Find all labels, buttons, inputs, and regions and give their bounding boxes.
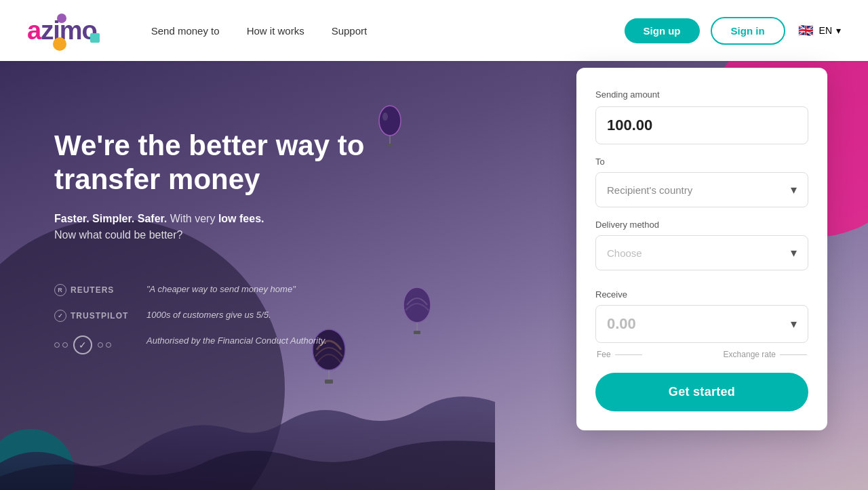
testimonial-reuters: R REUTERS "A cheaper way to send money h… <box>54 284 454 296</box>
nav-support[interactable]: Support <box>332 25 368 37</box>
exchange-rate-item: Exchange rate <box>724 350 807 359</box>
get-started-button[interactable]: Get started <box>595 373 808 411</box>
receive-chevron-icon: ▾ <box>791 317 797 331</box>
logo[interactable]: a z i m o <box>27 16 97 45</box>
trustpilot-logo: ✓ TRUSTPILOT <box>54 310 136 322</box>
hero-title: We're the better way to transfer money <box>54 129 454 197</box>
fee-item: Fee <box>597 350 642 359</box>
recipient-country-dropdown[interactable]: Recipient's country ▾ <box>595 172 808 207</box>
exchange-rate-line <box>780 354 807 355</box>
testimonial-trustpilot: ✓ TRUSTPILOT 1000s of customers give us … <box>54 310 454 322</box>
delivery-chevron-icon: ▾ <box>791 245 797 260</box>
logo-letter-a: a <box>27 16 41 45</box>
recipient-country-placeholder: Recipient's country <box>607 184 692 196</box>
language-selector[interactable]: 🇬🇧 EN ▾ <box>796 21 841 40</box>
delivery-method-label: Delivery method <box>595 220 808 230</box>
receive-row: 0.00 ▾ <box>595 305 808 343</box>
fca-quote: Authorised by the Financial Conduct Auth… <box>146 335 327 346</box>
hero-low-fees: low fees. <box>218 213 264 224</box>
reuters-quote: "A cheaper way to send money home" <box>146 284 296 294</box>
reuters-logo: R REUTERS <box>54 284 136 296</box>
logo-dot-purple <box>57 14 66 23</box>
logo-square-teal <box>90 33 100 43</box>
trustpilot-label: TRUSTPILOT <box>71 311 128 321</box>
reuters-label: REUTERS <box>71 285 114 295</box>
fca-shield-icon: ✓ <box>73 335 92 354</box>
fca-dot-4 <box>106 342 111 348</box>
fca-dot-2 <box>62 342 68 348</box>
to-label: To <box>595 157 808 167</box>
trustpilot-quote: 1000s of customers give us 5/5. <box>146 310 271 320</box>
reuters-icon: R <box>54 284 66 296</box>
nav-send-money[interactable]: Send money to <box>151 25 220 37</box>
fca-dots-right <box>98 342 111 348</box>
signin-button[interactable]: Sign in <box>711 17 785 45</box>
lang-code: EN <box>819 25 832 36</box>
fee-line <box>615 354 642 355</box>
fca-dots <box>54 342 68 348</box>
delivery-method-dropdown[interactable]: Choose ▾ <box>595 235 808 270</box>
chevron-down-icon: ▾ <box>836 25 841 36</box>
testimonials: R REUTERS "A cheaper way to send money h… <box>54 284 454 354</box>
fca-logo: ✓ <box>54 335 136 354</box>
main-nav: Send money to How it works Support <box>151 25 367 37</box>
header-right: Sign up Sign in 🇬🇧 EN ▾ <box>625 17 841 45</box>
hero-subtitle-middle: With very <box>170 213 218 224</box>
logo-letter-z: z <box>41 16 53 45</box>
flag-icon: 🇬🇧 <box>796 21 815 40</box>
hero-subtitle-strong: Faster. Simpler. Safer. <box>54 213 167 224</box>
hero-content: We're the better way to transfer money F… <box>0 61 495 490</box>
sending-amount-input[interactable] <box>596 107 808 144</box>
transfer-card: Sending amount 🇬🇧 GBP ▾ To Recipient's c… <box>576 68 827 430</box>
nav-how-it-works[interactable]: How it works <box>247 25 304 37</box>
delivery-placeholder: Choose <box>607 247 642 259</box>
receive-value: 0.00 <box>607 315 636 333</box>
fee-exchange-row: Fee Exchange rate <box>595 350 808 359</box>
exchange-rate-label: Exchange rate <box>724 350 776 359</box>
hero-subtitle: Faster. Simpler. Safer. With very low fe… <box>54 211 454 243</box>
fee-label: Fee <box>597 350 611 359</box>
sending-amount-row: 🇬🇧 GBP ▾ <box>595 106 808 144</box>
trustpilot-icon: ✓ <box>54 310 66 322</box>
testimonial-fca: ✓ Authorised by the Financial Conduct Au… <box>54 335 454 354</box>
hero-subtitle-end: Now what could be better? <box>54 229 182 241</box>
recipient-chevron-icon: ▾ <box>791 182 797 197</box>
sending-amount-label: Sending amount <box>595 89 808 100</box>
receive-label: Receive <box>595 289 808 300</box>
fca-dot-1 <box>54 342 60 348</box>
fca-dot-3 <box>98 342 103 348</box>
header: a z i m o Send money to How it works Sup… <box>0 0 868 61</box>
signup-button[interactable]: Sign up <box>625 18 700 43</box>
logo-dot-orange <box>53 37 66 51</box>
